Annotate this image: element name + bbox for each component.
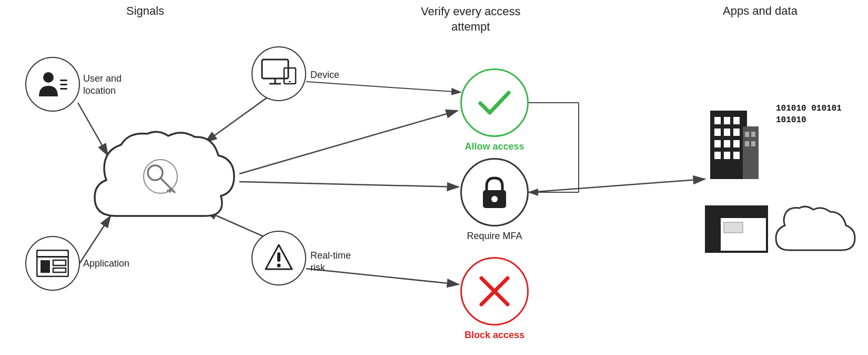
svg-rect-50 — [714, 152, 721, 159]
user-location-circle — [25, 57, 80, 112]
svg-rect-22 — [53, 268, 66, 272]
verify-title: Verify every accessattempt — [421, 4, 521, 34]
application-label: Application — [83, 258, 129, 269]
diagram: Signals Verify every accessattempt Apps … — [0, 0, 868, 355]
allow-label: Allow access — [460, 141, 529, 152]
svg-line-6 — [239, 111, 458, 174]
svg-rect-56 — [745, 141, 749, 146]
svg-rect-60 — [706, 206, 767, 218]
lock-icon — [479, 175, 510, 210]
browser-svg — [705, 205, 768, 253]
svg-rect-55 — [751, 132, 755, 137]
svg-rect-62 — [724, 222, 743, 233]
svg-rect-29 — [277, 252, 280, 262]
svg-rect-57 — [751, 141, 755, 146]
risk-circle — [251, 231, 306, 285]
app-window-icon — [36, 250, 69, 277]
svg-rect-21 — [53, 260, 66, 265]
binary-data: 101010 010101 101010 — [776, 103, 868, 126]
svg-point-30 — [277, 264, 281, 268]
svg-line-8 — [306, 82, 461, 92]
cloud-apps-svg — [773, 205, 857, 258]
application-circle — [25, 236, 80, 291]
monitor-icon — [261, 58, 297, 89]
cloud-container — [84, 126, 247, 239]
warning-icon — [264, 243, 294, 273]
svg-point-37 — [491, 196, 498, 202]
device-label: Device — [310, 70, 339, 81]
cloud-apps-icon — [773, 205, 857, 260]
svg-rect-49 — [733, 140, 740, 147]
svg-rect-41 — [714, 117, 721, 124]
signals-title: Signals — [126, 4, 164, 18]
building-icon — [705, 95, 763, 186]
svg-line-13 — [529, 179, 705, 192]
device-circle — [251, 46, 306, 101]
risk-label: Real-timerisk — [310, 250, 351, 274]
mfa-label: Require MFA — [458, 231, 531, 242]
svg-rect-51 — [724, 152, 730, 159]
svg-rect-20 — [41, 260, 50, 273]
svg-rect-45 — [724, 129, 730, 136]
svg-point-14 — [43, 72, 54, 83]
svg-rect-16 — [60, 84, 67, 85]
browser-window-icon — [705, 205, 768, 255]
building-svg — [705, 95, 763, 184]
svg-rect-52 — [733, 152, 740, 159]
svg-rect-17 — [60, 88, 67, 90]
svg-rect-19 — [37, 256, 68, 258]
check-icon — [476, 88, 513, 117]
person-lines-icon — [37, 70, 68, 99]
svg-rect-44 — [714, 129, 721, 136]
svg-rect-43 — [733, 117, 740, 124]
mfa-circle — [460, 158, 529, 226]
svg-rect-46 — [733, 129, 740, 136]
apps-title: Apps and data — [723, 4, 798, 18]
svg-rect-47 — [714, 140, 721, 147]
svg-rect-48 — [724, 140, 730, 147]
no-entry-icon — [473, 270, 516, 312]
allow-circle — [460, 68, 529, 137]
cloud-icon — [84, 126, 247, 237]
user-location-label: User andlocation — [83, 73, 122, 97]
svg-rect-54 — [745, 132, 749, 137]
svg-rect-15 — [60, 80, 67, 81]
block-label: Block access — [460, 330, 529, 341]
svg-rect-42 — [724, 117, 730, 124]
block-circle — [460, 257, 529, 326]
svg-line-7 — [239, 182, 459, 187]
